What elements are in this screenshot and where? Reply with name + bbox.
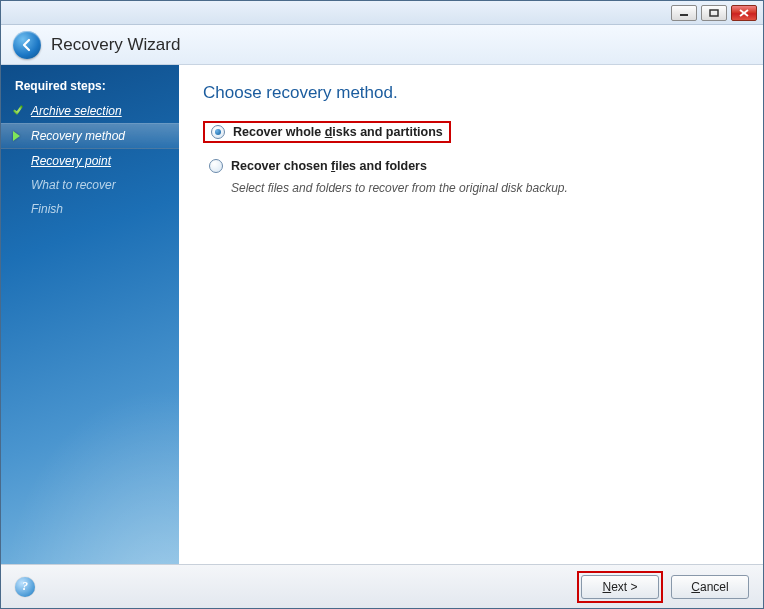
wizard-footer: ? Next > Cancel [1,564,763,608]
radio-recover-files-row[interactable]: Recover chosen files and folders [203,155,739,177]
main-heading: Choose recovery method. [203,83,739,103]
radio-label: Recover chosen files and folders [231,159,427,173]
step-finish: Finish [1,197,179,221]
option-recover-disks: Recover whole disks and partitions [203,121,739,143]
help-button[interactable]: ? [15,577,35,597]
maximize-button[interactable] [701,5,727,21]
step-what-to-recover: What to recover [1,173,179,197]
step-label: Recovery method [31,129,125,143]
cancel-button[interactable]: Cancel [671,575,749,599]
window-titlebar [1,1,763,25]
next-button[interactable]: Next > [581,575,659,599]
minimize-button[interactable] [671,5,697,21]
step-label: Recovery point [31,154,111,168]
arrow-left-icon [19,37,35,53]
next-button-highlight: Next > [577,571,663,603]
back-button[interactable] [13,31,41,59]
step-label: Archive selection [31,104,122,118]
sidebar-heading: Required steps: [1,75,179,99]
radio-icon [211,125,225,139]
sidebar: Required steps: Archive selection Recove… [1,65,179,564]
step-recovery-point[interactable]: Recovery point [1,149,179,173]
radio-label: Recover whole disks and partitions [233,125,443,139]
wizard-title: Recovery Wizard [51,35,180,55]
step-recovery-method[interactable]: Recovery method [1,123,179,149]
close-button[interactable] [731,5,757,21]
step-label: Finish [31,202,63,216]
main-panel: Choose recovery method. Recover whole di… [179,65,763,564]
option-recover-files: Recover chosen files and folders Select … [203,155,739,195]
wizard-body: Required steps: Archive selection Recove… [1,65,763,564]
step-archive-selection[interactable]: Archive selection [1,99,179,123]
recovery-wizard-window: Recovery Wizard Required steps: Archive … [0,0,764,609]
radio-icon [209,159,223,173]
step-label: What to recover [31,178,116,192]
radio-recover-disks-row[interactable]: Recover whole disks and partitions [203,121,451,143]
radio-description: Select files and folders to recover from… [231,181,739,195]
wizard-header: Recovery Wizard [1,25,763,65]
svg-rect-1 [710,10,718,16]
